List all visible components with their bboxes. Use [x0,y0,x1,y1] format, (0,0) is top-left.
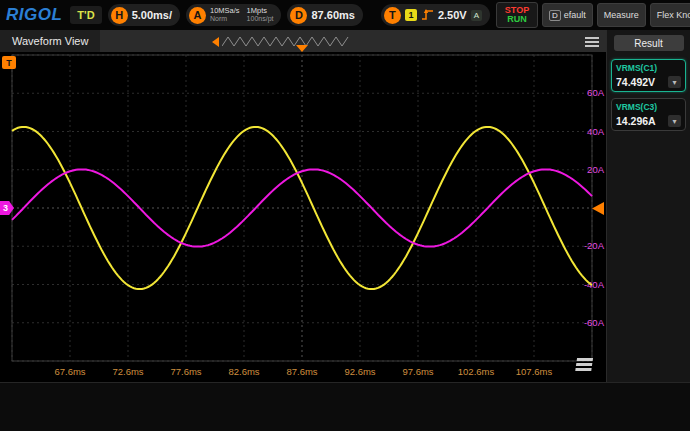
time-resolution: 100ns/pt [247,15,274,24]
acquisition-button[interactable]: A 10MSa/s 1Mpts Norm 100ns/pt [186,4,281,26]
rigol-logo: RIGOL [4,5,64,25]
acquisition-info: 10MSa/s 1Mpts Norm 100ns/pt [210,6,273,24]
display-menu-icon[interactable] [575,358,593,373]
svg-text:102.6ms: 102.6ms [458,366,495,377]
d-icon: D [290,7,307,24]
h-icon: H [111,7,128,24]
tab-waveform-view[interactable]: Waveform View [0,30,100,52]
default-button[interactable]: D efault [542,3,593,27]
default-label: efault [564,10,586,20]
svg-text:77.6ms: 77.6ms [170,366,201,377]
flex-knob-label: Flex Knob [657,10,690,20]
a-icon: A [189,7,206,24]
overview-left-arrow-icon[interactable] [212,37,219,47]
chevron-down-icon[interactable]: ▾ [668,76,681,88]
memory-depth: 1Mpts [247,6,274,15]
chevron-down-icon[interactable]: ▾ [668,115,681,127]
measurement-item-vrms-c3[interactable]: VRMS(C3) 14.296A ▾ [611,98,686,131]
menu-icon[interactable] [585,37,599,49]
horizontal-delay-button[interactable]: D 87.60ms [287,4,362,26]
delay-value: 87.60ms [311,9,354,21]
timebase-value: 5.00ms/ [132,9,172,21]
acq-mode: Norm [210,15,240,24]
measurement-value: 74.492V [616,76,655,88]
trigger-sweep-badge: A [471,10,482,21]
overview-waveform-preview [222,35,350,49]
trigger-status-badge: T'D [70,6,101,24]
oscilloscope-screen: RIGOL T'D H 5.00ms/ A 10MSa/s 1Mpts Norm… [0,0,690,431]
run-stop-button[interactable]: STOP RUN [496,2,538,28]
result-panel: Result VRMS(C1) 74.492V ▾ VRMS(C3) 14.29… [606,30,690,382]
horizontal-overview-strip[interactable] [212,34,350,50]
graticule: 67.6ms72.6ms77.6ms82.6ms87.6ms92.6ms97.6… [0,52,606,382]
waveform-display-area[interactable]: 67.6ms72.6ms77.6ms82.6ms87.6ms92.6ms97.6… [0,52,606,382]
measurement-value: 14.296A [616,115,656,127]
toolbar-right-group: STOP RUN D efault Measure Flex Knob [496,2,690,28]
trigger-source-tag[interactable]: T [2,56,16,69]
svg-text:-20A: -20A [584,240,605,251]
t-icon: T [384,7,401,24]
measurement-label: VRMS(C1) [616,63,681,73]
default-key-icon: D [549,10,561,21]
flex-knob-button[interactable]: Flex Knob [650,3,690,27]
svg-text:82.6ms: 82.6ms [228,366,259,377]
top-toolbar: RIGOL T'D H 5.00ms/ A 10MSa/s 1Mpts Norm… [0,0,690,30]
svg-text:40A: 40A [587,126,605,137]
trigger-source-badge: 1 [405,9,417,21]
sample-rate: 10MSa/s [210,6,240,15]
measurement-item-vrms-c1[interactable]: VRMS(C1) 74.492V ▾ [611,59,686,92]
measure-label: Measure [604,10,639,20]
trigger-settings-button[interactable]: T 1 2.50V A [381,4,490,26]
horizontal-scale-button[interactable]: H 5.00ms/ [108,4,180,26]
svg-text:92.6ms: 92.6ms [344,366,375,377]
svg-text:67.6ms: 67.6ms [54,366,85,377]
svg-text:20A: 20A [587,164,605,175]
measurement-label: VRMS(C3) [616,102,681,112]
rising-edge-icon [421,8,434,22]
result-panel-title: Result [614,35,684,51]
svg-text:97.6ms: 97.6ms [402,366,433,377]
svg-text:107.6ms: 107.6ms [516,366,553,377]
svg-text:87.6ms: 87.6ms [286,366,317,377]
trigger-level-value: 2.50V [438,9,467,21]
svg-text:60A: 60A [587,87,605,98]
bottom-status-bar: ⚙ CH1 50.00V/ 2.00V 20MHz CH2 2.00V/ -6.… [0,382,690,431]
svg-text:-60A: -60A [584,317,605,328]
run-label: RUN [507,15,527,24]
svg-text:72.6ms: 72.6ms [112,366,143,377]
trigger-position-marker-icon[interactable] [296,45,308,52]
measure-button[interactable]: Measure [597,3,646,27]
